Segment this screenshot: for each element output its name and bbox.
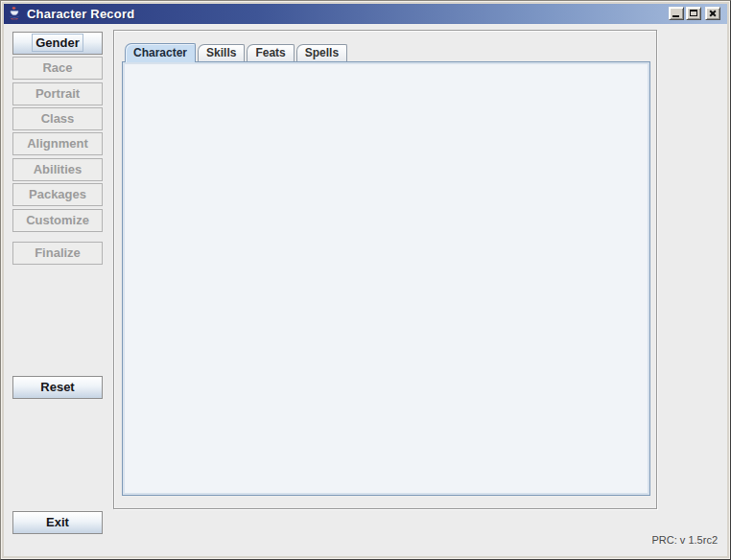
sidebar-button-packages: Packages: [12, 183, 103, 206]
tab-feats[interactable]: Feats: [247, 44, 294, 61]
exit-button[interactable]: Exit: [12, 511, 103, 534]
sidebar-button-abilities: Abilities: [12, 158, 103, 181]
tab-character[interactable]: Character: [125, 43, 196, 62]
maximize-icon: [690, 10, 697, 16]
close-button[interactable]: [705, 7, 720, 20]
window-title: Character Record: [27, 7, 134, 21]
sidebar-button-gender[interactable]: Gender: [12, 32, 103, 55]
gender-button-label: Gender: [32, 34, 83, 52]
reset-button[interactable]: Reset: [12, 376, 103, 399]
title-bar[interactable]: Character Record: [3, 3, 728, 24]
prc-version-label: PRC: v 1.5rc2: [652, 534, 718, 546]
sidebar-button-alignment: Alignment: [12, 132, 103, 155]
window-controls: [667, 5, 720, 22]
maximize-button[interactable]: [686, 7, 701, 20]
character-record-window: Character Record Gender Race Portrait Cl…: [0, 0, 731, 560]
minimize-button[interactable]: [669, 7, 684, 20]
tab-spells[interactable]: Spells: [296, 44, 347, 61]
sidebar-button-customize: Customize: [12, 209, 103, 232]
sidebar-button-race: Race: [12, 57, 103, 80]
character-tab-panel: [122, 61, 650, 496]
sidebar-button-portrait: Portrait: [12, 82, 103, 105]
tab-bar: Character Skills Feats Spells: [125, 44, 347, 62]
java-cup-icon: [7, 6, 22, 21]
sidebar-button-class: Class: [12, 107, 103, 130]
tab-skills[interactable]: Skills: [198, 44, 245, 61]
minimize-icon: [672, 15, 679, 17]
sidebar-button-finalize: Finalize: [12, 242, 103, 265]
